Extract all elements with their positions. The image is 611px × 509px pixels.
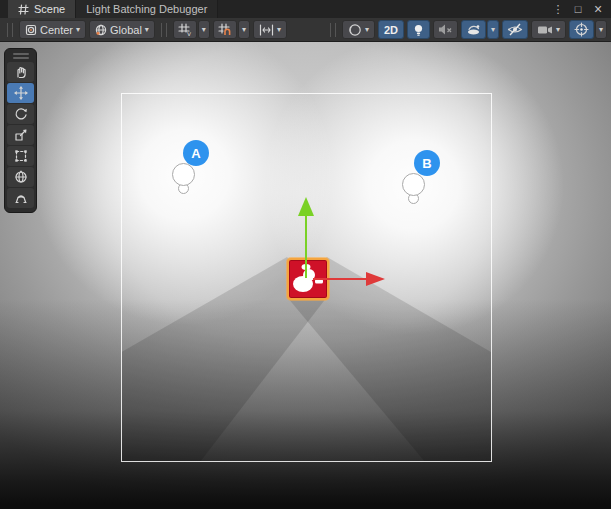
gizmo-x-arrowhead[interactable] [366,272,385,286]
chevron-down-icon: ▾ [556,26,560,34]
audio-muted-icon [438,23,453,36]
window-menu-icon[interactable]: ⋮ [551,2,565,16]
light-bulb-icon [412,23,425,37]
rotate-icon [14,107,28,121]
svg-text:y: y [187,30,191,37]
circled-crosshair-icon [574,22,589,37]
eye-hidden-icon [507,23,523,36]
snap-increment-button[interactable]: ▾ [253,20,287,39]
pivot-mode-button[interactable]: Center ▾ [19,20,86,39]
effects-button[interactable] [461,20,486,39]
snap-increment-icon [259,24,274,36]
shaded-sphere-icon [348,23,362,37]
grid-axis-icon: y [178,23,192,36]
chevron-down-icon: ▾ [277,26,281,34]
camera-icon [537,24,553,36]
unity-scene-window: Scene Light Batching Debugger ⋮ □ × Cent… [0,0,611,509]
effects-icon [466,23,481,37]
component-tools-button[interactable] [569,20,594,39]
grid-snapping-dropdown[interactable]: ▾ [238,20,250,39]
tab-bar: Scene Light Batching Debugger ⋮ □ × [0,0,611,18]
grid-visibility-dropdown[interactable]: ▾ [198,20,210,39]
mode-2d-label: 2D [384,24,398,36]
tools-overlay [4,48,37,213]
grid-snapping-button[interactable] [213,20,237,39]
custom-tool-claw-icon [14,191,28,205]
transform-tool-button[interactable] [7,167,34,187]
gizmo-y-axis[interactable] [305,215,307,278]
chevron-down-icon: ▾ [76,26,80,34]
view-tool-button[interactable] [7,62,34,82]
transform-icon [14,170,28,184]
pivot-center-icon [25,24,37,36]
grid-snap-magnet-icon [218,23,232,36]
light-b-bulb-icon[interactable] [402,173,425,196]
scene-visibility-button[interactable] [502,20,528,39]
chevron-down-icon: ▾ [242,26,246,34]
toolbar-drag-handle[interactable] [330,23,336,37]
light-a-badge: A [183,140,209,166]
light-b-badge: B [414,150,440,176]
close-icon[interactable]: × [591,2,605,16]
chevron-down-icon: ▾ [202,26,206,34]
window-controls: ⋮ □ × [551,0,611,18]
effects-dropdown[interactable]: ▾ [487,20,499,39]
orientation-label: Global [110,24,142,36]
orientation-button[interactable]: Global ▾ [89,20,155,39]
custom-tools-button[interactable] [7,188,34,208]
chevron-down-icon: ▾ [365,26,369,34]
light-a-bulb-icon[interactable] [172,163,195,186]
tab-light-batching-debugger[interactable]: Light Batching Debugger [75,0,218,18]
gizmo-y-arrowhead[interactable] [298,197,314,216]
scene-toolbar: Center ▾ Global ▾ y ▾ [0,18,611,42]
scale-tool-button[interactable] [7,125,34,145]
scale-icon [14,128,28,142]
overlay-drag-handle[interactable] [7,51,34,60]
globe-icon [95,24,107,36]
shading-mode-button[interactable]: ▾ [342,20,375,39]
camera-settings-button[interactable]: ▾ [531,20,566,39]
grid-visibility-button[interactable]: y [173,20,197,39]
toolbar-drag-handle[interactable] [161,23,167,37]
rect-tool-icon [14,149,28,163]
audio-mute-button[interactable] [433,20,458,39]
pivot-mode-label: Center [40,24,73,36]
tab-scene[interactable]: Scene [8,0,75,18]
tab-light-batching-debugger-label: Light Batching Debugger [86,3,207,15]
mode-2d-button[interactable]: 2D [378,20,404,39]
chevron-down-icon: ▾ [599,26,603,34]
scene-viewport[interactable]: A B [0,42,611,509]
scene-grid-icon [18,4,29,15]
maximize-icon[interactable]: □ [571,2,585,16]
toolbar-drag-handle[interactable] [7,23,13,37]
gizmo-x-axis[interactable] [313,278,367,280]
move-tool-button[interactable] [7,83,34,103]
tab-scene-label: Scene [34,3,65,15]
hand-icon [14,65,28,79]
rotate-tool-button[interactable] [7,104,34,124]
light-b-label: B [422,156,431,171]
component-tools-dropdown[interactable]: ▾ [595,20,607,39]
move-icon [14,86,28,100]
chevron-down-icon: ▾ [491,26,495,34]
scene-lighting-button[interactable] [407,20,430,39]
light-a-label: A [191,146,200,161]
chevron-down-icon: ▾ [145,26,149,34]
rect-tool-button[interactable] [7,146,34,166]
